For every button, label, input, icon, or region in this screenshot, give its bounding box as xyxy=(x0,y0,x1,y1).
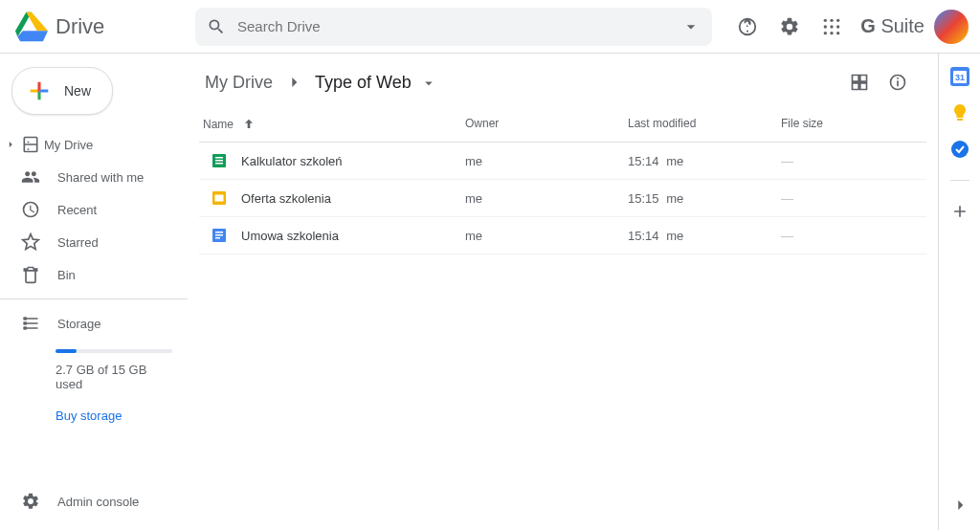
table-header: Name Owner Last modified File size xyxy=(199,107,926,143)
column-owner[interactable]: Owner xyxy=(465,117,628,132)
tasks-app-icon[interactable] xyxy=(950,140,969,159)
svg-point-3 xyxy=(824,25,827,28)
breadcrumb-current[interactable]: Type of Web xyxy=(309,69,443,97)
sheets-icon xyxy=(211,152,228,169)
avatar[interactable] xyxy=(934,10,969,44)
cell-size: — xyxy=(781,229,926,243)
cell-modified: 15:15 me xyxy=(628,191,781,206)
storage-bar xyxy=(56,349,172,353)
sidebar-item-label: My Drive xyxy=(44,138,93,152)
search-bar[interactable] xyxy=(195,8,712,46)
search-input[interactable] xyxy=(237,18,670,34)
star-icon xyxy=(21,232,40,252)
buy-storage-link[interactable]: Buy storage xyxy=(56,409,172,423)
svg-point-2 xyxy=(836,18,839,21)
cell-modified: 15:14 me xyxy=(628,229,781,243)
cell-owner: me xyxy=(465,191,628,206)
svg-point-6 xyxy=(824,32,827,34)
keep-app-icon[interactable] xyxy=(950,103,969,122)
sidebar-item-bin[interactable]: Bin xyxy=(0,258,178,291)
svg-rect-10 xyxy=(24,321,27,324)
svg-point-7 xyxy=(831,32,834,34)
apps-icon xyxy=(822,17,841,36)
file-name: Umowa szkolenia xyxy=(241,229,339,243)
sort-arrow-up-icon xyxy=(241,117,256,132)
table-row[interactable]: Oferta szkolenia me 15:15 me — xyxy=(199,180,926,217)
storage-used-text: 2.7 GB of 15 GB used xyxy=(56,363,172,391)
details-button[interactable] xyxy=(880,65,915,99)
sidebar-item-label: Shared with me xyxy=(57,170,144,185)
sidebar-item-starred[interactable]: Starred xyxy=(0,226,178,258)
app-name: Drive xyxy=(56,14,104,39)
column-size[interactable]: File size xyxy=(781,117,926,132)
trash-icon xyxy=(21,265,40,284)
dropdown-icon xyxy=(420,75,437,92)
docs-icon xyxy=(211,227,228,244)
sidebar-item-label: Bin xyxy=(57,268,76,282)
svg-point-4 xyxy=(831,25,834,28)
svg-rect-14 xyxy=(897,77,899,79)
calendar-app-icon[interactable]: 31 xyxy=(950,67,969,86)
storage-block: 2.7 GB of 15 GB used Buy storage xyxy=(0,340,188,431)
sidebar-item-mydrive[interactable]: My Drive xyxy=(0,128,178,161)
new-button[interactable]: New xyxy=(11,67,113,115)
grid-view-button[interactable] xyxy=(842,65,877,99)
help-icon xyxy=(737,16,758,37)
column-name[interactable]: Name xyxy=(199,117,465,132)
grid-icon xyxy=(850,73,869,92)
app-header: Drive G G SuiteSuite xyxy=(0,0,980,54)
file-name: Kalkulator szkoleń xyxy=(241,154,343,168)
search-dropdown-icon[interactable] xyxy=(681,17,701,36)
svg-rect-22 xyxy=(215,232,223,233)
drive-logo[interactable]: Drive xyxy=(15,11,188,43)
mydrive-icon xyxy=(21,135,40,154)
admin-label: Admin console xyxy=(57,495,139,509)
svg-rect-13 xyxy=(897,80,899,86)
svg-point-0 xyxy=(824,18,827,21)
cell-owner: me xyxy=(465,154,628,168)
recent-icon xyxy=(21,200,40,219)
settings-button[interactable] xyxy=(770,8,809,46)
svg-point-1 xyxy=(831,18,834,21)
collapse-rail-button[interactable] xyxy=(950,496,969,515)
cell-size: — xyxy=(781,191,926,206)
table-row[interactable]: Kalkulator szkoleń me 15:14 me — xyxy=(199,143,926,180)
sidebar: New My Drive Shared with me Recent Starr… xyxy=(0,54,188,530)
table-row[interactable]: Umowa szkolenia me 15:14 me — xyxy=(199,217,926,254)
search-icon xyxy=(207,17,226,36)
sidebar-item-recent[interactable]: Recent xyxy=(0,193,178,226)
sidebar-item-label: Starred xyxy=(57,235,99,250)
main-content: My Drive Type of Web xyxy=(188,54,938,530)
sidebar-item-label: Storage xyxy=(57,317,101,331)
svg-rect-9 xyxy=(24,317,27,320)
admin-console-button[interactable]: Admin console xyxy=(0,482,188,530)
help-button[interactable] xyxy=(728,8,767,46)
sidebar-item-shared[interactable]: Shared with me xyxy=(0,161,178,193)
cell-modified: 15:14 me xyxy=(628,154,781,168)
svg-point-5 xyxy=(836,25,839,28)
add-app-icon[interactable] xyxy=(950,202,969,221)
svg-text:31: 31 xyxy=(954,73,964,82)
svg-point-8 xyxy=(836,32,839,34)
svg-rect-23 xyxy=(215,234,223,236)
svg-rect-20 xyxy=(215,195,224,202)
plus-icon xyxy=(26,77,53,104)
drive-icon xyxy=(15,11,48,43)
svg-point-29 xyxy=(951,141,969,158)
storage-icon xyxy=(21,314,40,333)
svg-rect-11 xyxy=(24,326,27,329)
new-button-label: New xyxy=(64,83,91,99)
sidebar-item-storage[interactable]: Storage xyxy=(0,307,178,340)
file-name: Oferta szkolenia xyxy=(241,191,331,206)
cell-size: — xyxy=(781,154,926,168)
apps-button[interactable] xyxy=(813,8,851,46)
breadcrumb: My Drive Type of Web xyxy=(199,69,443,97)
chevron-right-icon xyxy=(950,496,969,515)
chevron-right-icon xyxy=(284,73,303,92)
breadcrumb-root[interactable]: My Drive xyxy=(199,69,278,97)
shared-icon xyxy=(21,167,40,187)
svg-rect-28 xyxy=(957,119,963,121)
gear-icon xyxy=(779,16,800,37)
column-modified[interactable]: Last modified xyxy=(628,117,781,132)
cell-owner: me xyxy=(465,229,628,243)
